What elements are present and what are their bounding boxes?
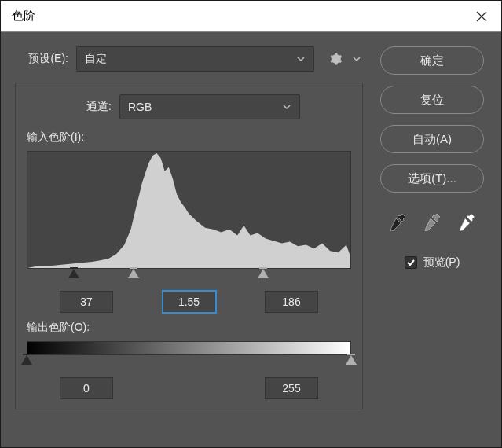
- preset-label: 预设(E):: [15, 52, 68, 66]
- channel-row: 通道: RGB: [27, 94, 351, 119]
- dialog-title: 色阶: [12, 9, 35, 24]
- output-slider-track: [27, 355, 351, 368]
- channel-value: RGB: [128, 101, 152, 113]
- input-gamma-slider[interactable]: [128, 269, 139, 278]
- reset-button[interactable]: 复位: [380, 86, 484, 114]
- input-black-field[interactable]: [60, 291, 113, 313]
- eyedropper-icon: [423, 212, 442, 231]
- input-gamma-field[interactable]: [163, 291, 216, 313]
- chevron-down-icon: [352, 54, 361, 64]
- preset-dropdown[interactable]: 自定: [76, 46, 314, 72]
- channel-label: 通道:: [27, 100, 112, 114]
- input-white-slider[interactable]: [258, 269, 269, 278]
- eyedropper-black[interactable]: [384, 210, 411, 233]
- output-gradient: [27, 341, 351, 355]
- chevron-down-icon: [296, 54, 306, 64]
- chevron-down-icon: [282, 102, 291, 112]
- histogram-graphic: [27, 152, 350, 268]
- levels-dialog: 色阶 预设(E): 自定 通道: RGB: [0, 0, 502, 448]
- auto-button[interactable]: 自动(A): [380, 125, 484, 153]
- output-white-field[interactable]: [265, 377, 318, 399]
- input-slider-track: [27, 269, 351, 281]
- levels-panel: 通道: RGB 输入色阶(I):: [15, 83, 363, 409]
- eyedropper-white[interactable]: [453, 210, 480, 233]
- preview-checkbox[interactable]: [405, 256, 417, 269]
- output-levels-label: 输出色阶(O):: [27, 321, 351, 335]
- gear-icon: [328, 52, 343, 66]
- eyedropper-icon: [388, 212, 407, 231]
- output-values-row: [27, 377, 351, 407]
- input-black-slider[interactable]: [68, 269, 79, 278]
- output-black-field[interactable]: [60, 377, 113, 399]
- ok-button[interactable]: 确定: [380, 46, 484, 75]
- histogram: [27, 151, 351, 269]
- close-button[interactable]: [462, 1, 501, 32]
- preset-menu-button[interactable]: [325, 49, 346, 69]
- left-panel: 预设(E): 自定 通道: RGB 输入色阶(I: [15, 46, 363, 409]
- preset-row: 预设(E): 自定: [15, 46, 363, 72]
- close-icon: [476, 11, 487, 22]
- titlebar: 色阶: [1, 1, 501, 32]
- input-levels-label: 输入色阶(I):: [27, 130, 351, 145]
- preset-value: 自定: [85, 52, 107, 66]
- eyedropper-gray[interactable]: [419, 210, 445, 233]
- eyedropper-group: [384, 210, 480, 233]
- preview-row: 预览(P): [405, 255, 460, 270]
- dialog-content: 预设(E): 自定 通道: RGB 输入色阶(I: [1, 32, 501, 409]
- channel-dropdown[interactable]: RGB: [119, 94, 300, 119]
- options-button[interactable]: 选项(T)...: [380, 164, 484, 193]
- output-white-slider[interactable]: [346, 355, 357, 365]
- output-black-slider[interactable]: [21, 355, 32, 365]
- input-white-field[interactable]: [265, 291, 318, 313]
- eyedropper-icon: [457, 212, 476, 231]
- preview-label: 预览(P): [423, 255, 460, 270]
- right-panel: 确定 复位 自动(A) 选项(T)... 预览(P): [377, 46, 487, 409]
- check-icon: [406, 258, 416, 267]
- input-values-row: [27, 291, 351, 321]
